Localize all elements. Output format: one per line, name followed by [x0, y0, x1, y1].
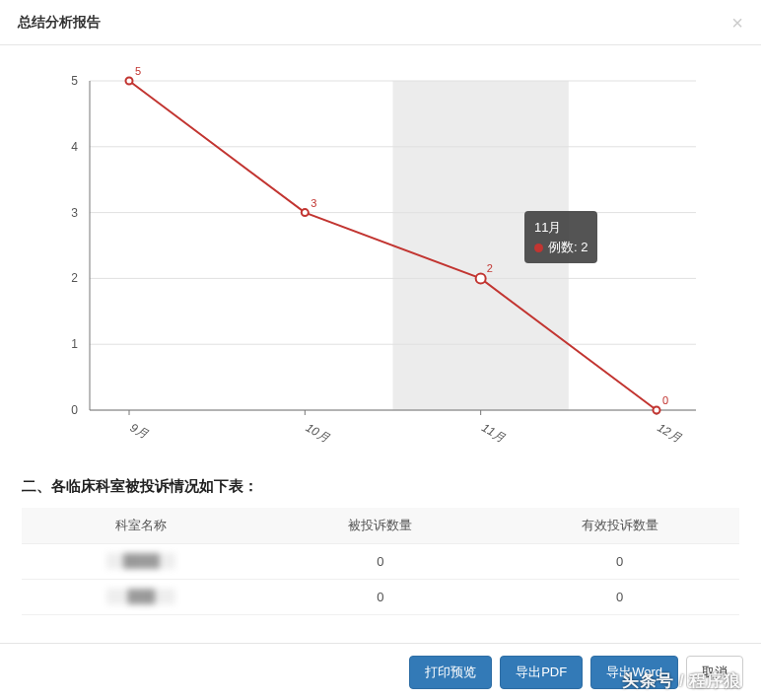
cell-dept: ████: [22, 543, 261, 579]
svg-text:3: 3: [311, 197, 316, 209]
cancel-button[interactable]: 取消: [686, 656, 743, 689]
table-header-row: 科室名称 被投诉数量 有效投诉数量: [22, 508, 739, 543]
cell-valid: 0: [500, 579, 739, 614]
chart-canvas: 0123459月10月11月12月5320: [22, 63, 739, 457]
cell-complained: 0: [261, 543, 501, 579]
svg-text:4: 4: [71, 140, 78, 154]
modal-body: 0123459月10月11月12月5320 11月 例数: 2 二、各临床科室被…: [0, 45, 761, 643]
close-icon[interactable]: ×: [731, 13, 743, 33]
table-row: ███00: [22, 579, 739, 614]
table-row: ████00: [22, 543, 739, 579]
svg-text:0: 0: [662, 394, 668, 406]
complaints-table: 科室名称 被投诉数量 有效投诉数量 ████00███00: [22, 508, 739, 615]
svg-text:9月: 9月: [128, 420, 151, 441]
scroll-area[interactable]: 0123459月10月11月12月5320 11月 例数: 2 二、各临床科室被…: [22, 63, 739, 643]
svg-text:12月: 12月: [656, 420, 684, 445]
col-complained: 被投诉数量: [261, 508, 501, 543]
modal-header: 总结分析报告 ×: [0, 0, 761, 45]
modal-title: 总结分析报告: [18, 14, 101, 32]
print-preview-button[interactable]: 打印预览: [409, 656, 492, 689]
cell-complained: 0: [261, 579, 501, 614]
cell-valid: 0: [500, 543, 739, 579]
line-chart[interactable]: 0123459月10月11月12月5320 11月 例数: 2: [22, 63, 739, 457]
section-title: 二、各临床科室被投诉情况如下表：: [22, 477, 739, 496]
svg-text:11月: 11月: [479, 420, 508, 445]
svg-point-25: [302, 209, 309, 216]
export-pdf-button[interactable]: 导出PDF: [500, 656, 583, 689]
svg-text:5: 5: [135, 65, 141, 77]
svg-point-27: [476, 273, 486, 283]
modal-dialog: 总结分析报告 × 0123459月10月11月12月5320 11月 例数: 2…: [0, 0, 761, 700]
table-body: ████00███00: [22, 543, 739, 614]
svg-text:2: 2: [71, 271, 78, 285]
col-valid: 有效投诉数量: [500, 508, 739, 543]
col-dept: 科室名称: [22, 508, 261, 543]
svg-text:1: 1: [71, 337, 78, 351]
export-word-button[interactable]: 导出Word: [590, 656, 678, 689]
svg-text:5: 5: [71, 74, 78, 88]
svg-text:10月: 10月: [304, 420, 332, 445]
modal-footer: 打印预览 导出PDF 导出Word 取消 头条号 / 程序狼: [0, 643, 761, 700]
svg-text:0: 0: [71, 403, 78, 417]
svg-rect-0: [393, 81, 569, 410]
svg-point-29: [654, 407, 660, 414]
svg-text:3: 3: [71, 206, 78, 220]
svg-text:2: 2: [487, 262, 493, 274]
svg-point-23: [126, 78, 133, 85]
cell-dept: ███: [22, 579, 261, 614]
